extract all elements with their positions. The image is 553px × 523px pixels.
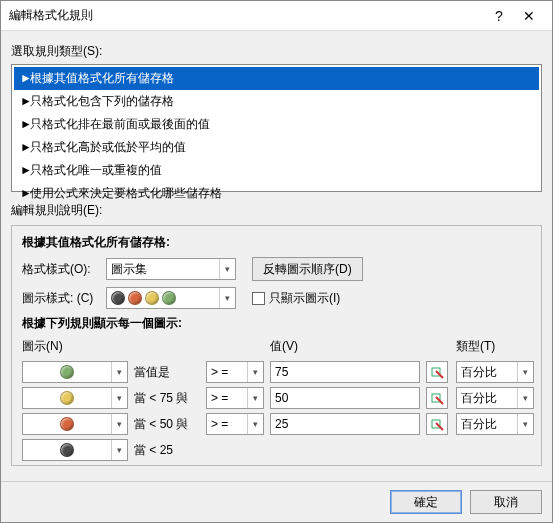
chevron-down-icon: ▾ xyxy=(517,414,533,434)
dialog-footer: 確定 取消 xyxy=(1,481,552,522)
type-select[interactable]: 百分比▾ xyxy=(456,387,534,409)
rule-type-item[interactable]: ►只格式化唯一或重複的值 xyxy=(14,159,539,182)
cancel-button[interactable]: 取消 xyxy=(470,490,542,514)
col-type-header: 類型(T) xyxy=(456,338,534,355)
window-title: 編輯格式化規則 xyxy=(9,7,484,24)
col-icon-header: 圖示(N) xyxy=(22,338,128,355)
icon-style-select[interactable]: ▾ xyxy=(106,287,236,309)
type-select[interactable]: 百分比▾ xyxy=(456,413,534,435)
operator-select[interactable]: > =▾ xyxy=(206,387,264,409)
rule-type-item[interactable]: ►根據其值格式化所有儲存格 xyxy=(14,67,539,90)
icon-select[interactable]: ▾ xyxy=(22,361,128,383)
chevron-down-icon: ▾ xyxy=(219,288,235,308)
circle-icon xyxy=(128,291,142,305)
rule-type-list[interactable]: ►根據其值格式化所有儲存格 ►只格式化包含下列的儲存格 ►只格式化排在最前面或最… xyxy=(11,64,542,192)
select-rule-type-label: 選取規則類型(S): xyxy=(11,43,542,60)
icon-style-label: 圖示樣式: (C) xyxy=(22,290,100,307)
icon-rule-grid: 圖示(N) 值(V) 類型(T) ▾ 當值是 > =▾ 百分比▾ ▾ 當 < 7… xyxy=(22,338,531,461)
chevron-down-icon: ▾ xyxy=(247,362,263,382)
help-button[interactable]: ? xyxy=(484,8,514,24)
rule-type-item[interactable]: ►只格式化排在最前面或最後面的值 xyxy=(14,113,539,136)
circle-icon xyxy=(162,291,176,305)
circle-icon xyxy=(111,291,125,305)
value-input[interactable] xyxy=(270,361,420,383)
chevron-down-icon: ▾ xyxy=(247,414,263,434)
rule-label: 當 < 75 與 xyxy=(134,390,200,407)
circle-icon xyxy=(60,365,74,379)
range-picker-button[interactable] xyxy=(426,387,448,409)
icon-select[interactable]: ▾ xyxy=(22,413,128,435)
operator-select[interactable]: > =▾ xyxy=(206,361,264,383)
show-icon-only-checkbox[interactable]: 只顯示圖示(I) xyxy=(252,290,340,307)
edit-desc-label: 編輯規則說明(E): xyxy=(11,202,542,219)
rule-label: 當值是 xyxy=(134,364,200,381)
rule-desc-fieldset: 根據其值格式化所有儲存格: 格式樣式(O): 圖示集 ▾ 反轉圖示順序(D) 圖… xyxy=(11,225,542,466)
fieldset-legend: 根據其值格式化所有儲存格: xyxy=(22,234,531,251)
chevron-down-icon: ▾ xyxy=(111,388,127,408)
range-picker-button[interactable] xyxy=(426,413,448,435)
format-style-label: 格式樣式(O): xyxy=(22,261,100,278)
range-picker-button[interactable] xyxy=(426,361,448,383)
rule-label: 當 < 50 與 xyxy=(134,416,200,433)
format-style-select[interactable]: 圖示集 ▾ xyxy=(106,258,236,280)
checkbox-box xyxy=(252,292,265,305)
rule-type-item[interactable]: ►只格式化高於或低於平均的值 xyxy=(14,136,539,159)
reverse-icon-order-button[interactable]: 反轉圖示順序(D) xyxy=(252,257,363,281)
chevron-down-icon: ▾ xyxy=(219,259,235,279)
col-value-header: 值(V) xyxy=(270,338,420,355)
rule-type-item[interactable]: ►只格式化包含下列的儲存格 xyxy=(14,90,539,113)
chevron-down-icon: ▾ xyxy=(111,440,127,460)
icon-select[interactable]: ▾ xyxy=(22,387,128,409)
chevron-down-icon: ▾ xyxy=(247,388,263,408)
icon-rule-legend: 根據下列規則顯示每一個圖示: xyxy=(22,315,531,332)
chevron-down-icon: ▾ xyxy=(111,414,127,434)
circle-icon xyxy=(60,391,74,405)
dialog-content: 選取規則類型(S): ►根據其值格式化所有儲存格 ►只格式化包含下列的儲存格 ►… xyxy=(1,31,552,481)
value-input[interactable] xyxy=(270,387,420,409)
chevron-down-icon: ▾ xyxy=(517,362,533,382)
chevron-down-icon: ▾ xyxy=(517,388,533,408)
value-input[interactable] xyxy=(270,413,420,435)
titlebar: 編輯格式化規則 ? ✕ xyxy=(1,1,552,31)
circle-icon xyxy=(60,417,74,431)
circle-icon xyxy=(60,443,74,457)
ok-button[interactable]: 確定 xyxy=(390,490,462,514)
close-button[interactable]: ✕ xyxy=(514,8,544,24)
operator-select[interactable]: > =▾ xyxy=(206,413,264,435)
rule-label: 當 < 25 xyxy=(134,442,200,459)
type-select[interactable]: 百分比▾ xyxy=(456,361,534,383)
chevron-down-icon: ▾ xyxy=(111,362,127,382)
circle-icon xyxy=(145,291,159,305)
icon-select[interactable]: ▾ xyxy=(22,439,128,461)
